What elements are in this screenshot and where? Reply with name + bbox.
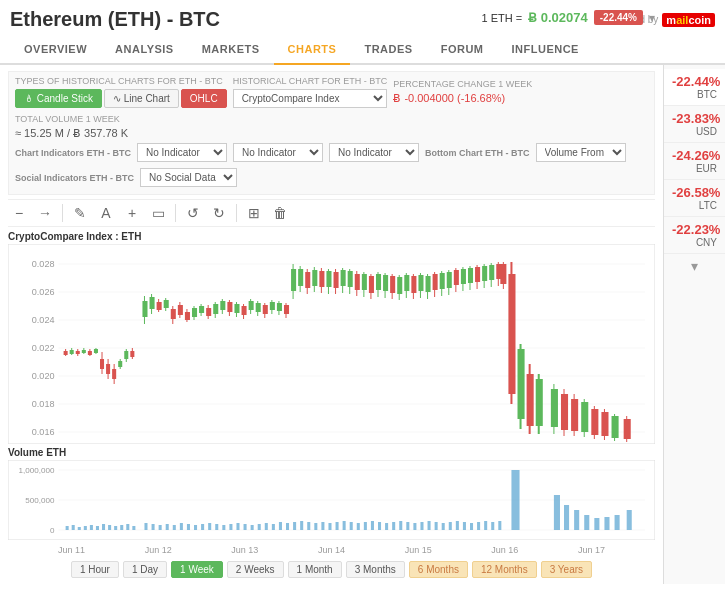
svg-rect-70 bbox=[249, 301, 254, 310]
svg-rect-214 bbox=[343, 521, 346, 530]
chart-toolbar: − → ✎ A + ▭ ↺ ↻ ⊞ 🗑 bbox=[8, 199, 655, 227]
tab-influence[interactable]: INFLUENCE bbox=[498, 35, 593, 65]
svg-rect-42 bbox=[150, 297, 155, 309]
svg-text:0: 0 bbox=[50, 526, 55, 535]
time-1week[interactable]: 1 Week bbox=[171, 561, 223, 578]
svg-rect-218 bbox=[371, 521, 374, 530]
time-range: 1 Hour 1 Day 1 Week 2 Weeks 1 Month 3 Mo… bbox=[8, 561, 655, 578]
sidebar-item-ltc[interactable]: -26.58% LTC bbox=[664, 180, 725, 217]
grid-button[interactable]: ⊞ bbox=[243, 202, 265, 224]
svg-rect-146 bbox=[426, 276, 431, 292]
indicator-select-1[interactable]: No IndicatorSMAEMA bbox=[137, 143, 227, 162]
svg-rect-48 bbox=[171, 309, 176, 319]
eth-price: Ƀ 0.02074 bbox=[528, 10, 588, 25]
time-1month[interactable]: 1 Month bbox=[288, 561, 342, 578]
svg-rect-207 bbox=[293, 522, 296, 530]
svg-rect-76 bbox=[270, 302, 275, 310]
svg-rect-30 bbox=[106, 364, 110, 374]
delete-button[interactable]: 🗑 bbox=[269, 202, 291, 224]
svg-rect-239 bbox=[564, 505, 569, 530]
svg-rect-237 bbox=[511, 470, 519, 530]
dropdown-arrow-icon[interactable]: ▾ bbox=[649, 11, 655, 25]
svg-rect-205 bbox=[279, 522, 282, 530]
candle-stick-button[interactable]: 🕯 Candle Stick bbox=[15, 89, 102, 108]
svg-rect-122 bbox=[341, 270, 346, 286]
ltc-currency: LTC bbox=[672, 200, 717, 211]
svg-text:0.022: 0.022 bbox=[32, 343, 55, 353]
indicator-select-2[interactable]: No IndicatorSMAEMA bbox=[233, 143, 323, 162]
zoom-out-button[interactable]: − bbox=[8, 202, 30, 224]
social-select[interactable]: No Social Data bbox=[140, 168, 237, 187]
svg-rect-18 bbox=[70, 350, 74, 354]
historical-select[interactable]: CryptoCompare Index Bitfinex bbox=[233, 89, 388, 108]
sidebar-item-cny[interactable]: -22.23% CNY bbox=[664, 217, 725, 254]
draw-button[interactable]: ✎ bbox=[69, 202, 91, 224]
redo-button[interactable]: ↻ bbox=[208, 202, 230, 224]
svg-rect-120 bbox=[334, 272, 339, 288]
x-label-jun16: Jun 16 bbox=[491, 545, 518, 555]
svg-rect-225 bbox=[420, 522, 423, 530]
tab-markets[interactable]: MARKETS bbox=[188, 35, 274, 65]
x-label-jun11: Jun 11 bbox=[58, 545, 85, 555]
svg-rect-236 bbox=[498, 521, 501, 530]
svg-rect-40 bbox=[142, 301, 147, 317]
svg-rect-187 bbox=[152, 524, 155, 530]
toolbar-sep-3 bbox=[236, 204, 237, 222]
time-1day[interactable]: 1 Day bbox=[123, 561, 167, 578]
tab-analysis[interactable]: ANALYSIS bbox=[101, 35, 188, 65]
svg-text:0.020: 0.020 bbox=[32, 371, 55, 381]
time-3months[interactable]: 3 Months bbox=[346, 561, 405, 578]
svg-rect-235 bbox=[491, 522, 494, 530]
svg-rect-245 bbox=[627, 510, 632, 530]
svg-rect-136 bbox=[390, 276, 395, 293]
svg-rect-62 bbox=[220, 301, 225, 310]
svg-rect-194 bbox=[201, 524, 204, 530]
svg-rect-144 bbox=[418, 275, 423, 291]
time-2weeks[interactable]: 2 Weeks bbox=[227, 561, 284, 578]
indicator-select-3[interactable]: No IndicatorSMAEMA bbox=[329, 143, 419, 162]
crosshair-button[interactable]: + bbox=[121, 202, 143, 224]
rectangle-button[interactable]: ▭ bbox=[147, 202, 169, 224]
time-12months[interactable]: 12 Months bbox=[472, 561, 537, 578]
zoom-in-button[interactable]: → bbox=[34, 202, 56, 224]
svg-rect-183 bbox=[120, 525, 123, 530]
svg-rect-186 bbox=[144, 523, 147, 530]
bottom-chart-select[interactable]: Volume FromVolume To bbox=[536, 143, 626, 162]
undo-button[interactable]: ↺ bbox=[182, 202, 204, 224]
stats-group: Percentage change 1 Week Ƀ -0.004000 (-1… bbox=[393, 79, 532, 105]
svg-rect-216 bbox=[357, 523, 360, 530]
text-button[interactable]: A bbox=[95, 202, 117, 224]
time-3years[interactable]: 3 Years bbox=[541, 561, 592, 578]
svg-rect-200 bbox=[244, 524, 247, 530]
svg-rect-46 bbox=[164, 300, 169, 308]
svg-rect-44 bbox=[157, 302, 162, 310]
svg-rect-209 bbox=[307, 522, 310, 530]
svg-text:0.016: 0.016 bbox=[32, 427, 55, 437]
tab-overview[interactable]: OVERVIEW bbox=[10, 35, 101, 65]
svg-rect-84 bbox=[298, 269, 303, 286]
svg-rect-232 bbox=[470, 523, 473, 530]
svg-rect-32 bbox=[112, 369, 116, 379]
time-6months[interactable]: 6 Months bbox=[409, 561, 468, 578]
sidebar-item-btc[interactable]: -22.44% BTC bbox=[664, 69, 725, 106]
time-1hour[interactable]: 1 Hour bbox=[71, 561, 119, 578]
svg-rect-180 bbox=[102, 524, 105, 530]
ohlc-button[interactable]: OHLC bbox=[181, 89, 227, 108]
sidebar-down-arrow[interactable]: ▾ bbox=[664, 254, 725, 278]
line-chart-button[interactable]: ∿ Line Chart bbox=[104, 89, 179, 108]
tab-forum[interactable]: FORUM bbox=[427, 35, 498, 65]
usd-pct: -23.83% bbox=[672, 111, 717, 126]
sidebar-item-usd[interactable]: -23.83% USD bbox=[664, 106, 725, 143]
social-label: Social Indicators ETH - BTC bbox=[15, 173, 134, 183]
sidebar-item-eur[interactable]: -24.26% EUR bbox=[664, 143, 725, 180]
tab-trades[interactable]: TRADES bbox=[350, 35, 426, 65]
svg-rect-92 bbox=[326, 271, 331, 287]
svg-rect-56 bbox=[199, 306, 204, 313]
svg-rect-132 bbox=[376, 274, 381, 290]
tab-charts[interactable]: CHARTS bbox=[274, 35, 351, 65]
svg-rect-118 bbox=[624, 419, 631, 439]
svg-rect-16 bbox=[64, 351, 68, 355]
bottom-chart-label: Bottom Chart ETH - BTC bbox=[425, 148, 530, 158]
svg-rect-190 bbox=[173, 525, 176, 530]
svg-rect-179 bbox=[96, 526, 99, 530]
